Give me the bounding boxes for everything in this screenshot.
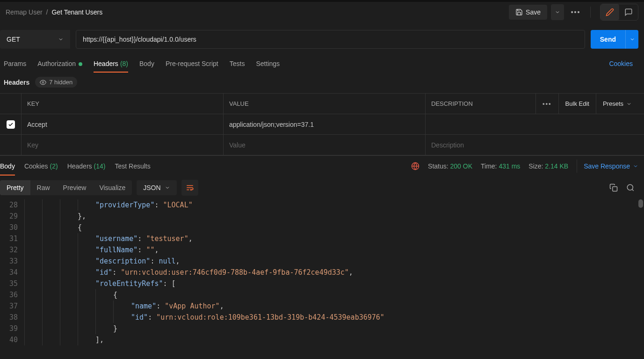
eye-icon — [40, 79, 46, 86]
tab-tests[interactable]: Tests — [230, 55, 245, 72]
pencil-icon — [606, 8, 614, 16]
breadcrumb-parent[interactable]: Remap User — [6, 8, 43, 16]
chevron-down-icon — [626, 101, 632, 107]
tab-body[interactable]: Body — [139, 55, 154, 72]
request-row: GET https://{{api_host}}/cloudapi/1.0.0/… — [0, 22, 644, 54]
col-value: VALUE — [224, 94, 426, 114]
more-options-button[interactable]: ••• — [568, 4, 584, 20]
divider — [590, 7, 591, 18]
send-button[interactable]: Send — [591, 30, 625, 49]
send-options-button[interactable] — [625, 30, 638, 49]
comments-button[interactable] — [619, 4, 638, 20]
more-icon: ••• — [571, 8, 581, 16]
wrap-icon — [186, 183, 194, 192]
search-button[interactable] — [626, 183, 635, 192]
url-value: https://{{api_host}}/cloudapi/1.0.0/user… — [83, 36, 196, 43]
code-line: 28"providerType": "LOCAL" — [0, 199, 644, 211]
chevron-down-icon — [58, 37, 64, 42]
response-tabs: Body Cookies(2) Headers(14) Test Results… — [0, 155, 644, 176]
view-raw[interactable]: Raw — [30, 180, 57, 195]
save-label: Save — [526, 8, 541, 16]
breadcrumb-current: Get Tenant Users — [51, 8, 102, 16]
wrap-lines-button[interactable] — [181, 180, 198, 196]
header-value-input[interactable]: application/json;version=37.1 — [224, 114, 426, 134]
headers-table-head: KEY VALUE DESCRIPTION ••• Bulk Edit Pres… — [0, 94, 644, 114]
code-line: 37"name": "vApp Author", — [0, 300, 644, 312]
chevron-down-icon — [555, 9, 560, 15]
hidden-headers-toggle[interactable]: 7 hidden — [35, 77, 77, 88]
chevron-down-icon — [633, 163, 638, 169]
code-line: 35"roleEntityRefs": [ — [0, 278, 644, 289]
size-label: Size: 2.14 KB — [528, 162, 568, 170]
view-row: Pretty Raw Preview Visualize JSON — [0, 176, 644, 199]
code-line: 31"username": "testuser", — [0, 233, 644, 244]
tab-settings[interactable]: Settings — [256, 55, 280, 72]
headers-table: KEY VALUE DESCRIPTION ••• Bulk Edit Pres… — [0, 93, 644, 155]
method-value: GET — [7, 36, 20, 43]
globe-icon[interactable] — [411, 162, 420, 170]
col-description: DESCRIPTION ••• Bulk Edit Presets — [426, 94, 644, 114]
status-dot-icon — [79, 62, 82, 66]
header-row-empty: Key Value Description — [0, 135, 644, 155]
resp-tab-headers[interactable]: Headers(14) — [63, 157, 110, 176]
headers-subheader: Headers 7 hidden — [0, 73, 644, 93]
header-key-input[interactable]: Accept — [22, 114, 224, 134]
edit-button[interactable] — [601, 4, 619, 20]
code-line: 38"id": "urn:vcloud:role:109be361-13bd-3… — [0, 312, 644, 323]
hidden-label: 7 hidden — [49, 79, 72, 86]
bulk-edit-button[interactable]: Bulk Edit — [558, 94, 596, 114]
code-line: 39} — [0, 323, 644, 334]
code-line: 29}, — [0, 211, 644, 222]
more-icon: ••• — [543, 100, 552, 107]
header-key-input[interactable]: Key — [22, 135, 224, 155]
svg-point-0 — [43, 81, 44, 83]
copy-icon — [609, 183, 618, 192]
code-line: 36{ — [0, 289, 644, 300]
view-preview[interactable]: Preview — [57, 180, 93, 195]
code-line: 33"description": null, — [0, 256, 644, 267]
url-input[interactable]: https://{{api_host}}/cloudapi/1.0.0/user… — [76, 30, 585, 49]
check-icon — [8, 122, 14, 127]
resp-tab-testresults[interactable]: Test Results — [110, 157, 155, 176]
resp-tab-body[interactable]: Body — [0, 157, 20, 176]
save-icon — [515, 8, 523, 16]
tab-authorization[interactable]: Authorization — [37, 55, 82, 72]
method-select[interactable]: GET — [0, 30, 70, 49]
breadcrumb-separator: / — [46, 8, 48, 16]
top-bar: Remap User / Get Tenant Users Save ••• — [0, 0, 644, 22]
svg-line-7 — [632, 189, 633, 190]
header-desc-input[interactable] — [426, 114, 644, 134]
tab-headers[interactable]: Headers(8) — [94, 55, 128, 72]
breadcrumb: Remap User / Get Tenant Users — [6, 8, 102, 16]
svg-rect-5 — [613, 187, 617, 191]
view-visualize[interactable]: Visualize — [93, 180, 132, 195]
format-select[interactable]: JSON — [137, 180, 176, 195]
response-body[interactable]: 28"providerType": "LOCAL"29},30{31"usern… — [0, 199, 644, 349]
save-button[interactable]: Save — [509, 5, 547, 20]
time-label: Time: 431 ms — [481, 162, 520, 170]
chevron-down-icon — [165, 185, 170, 190]
tab-params[interactable]: Params — [4, 55, 26, 72]
code-line: 40], — [0, 334, 644, 345]
save-response-button[interactable]: Save Response — [577, 160, 638, 173]
header-more-button[interactable]: ••• — [535, 94, 558, 114]
scrollbar-thumb[interactable] — [638, 199, 643, 208]
presets-button[interactable]: Presets — [596, 94, 638, 114]
tab-prerequest[interactable]: Pre-request Script — [166, 55, 218, 72]
header-row: Accept application/json;version=37.1 — [0, 114, 644, 135]
view-pretty[interactable]: Pretty — [0, 180, 30, 195]
comment-icon — [624, 8, 633, 16]
request-tabs: Params Authorization Headers(8) Body Pre… — [0, 54, 644, 73]
save-options-button[interactable] — [551, 4, 564, 20]
header-checkbox[interactable] — [7, 120, 15, 129]
col-key: KEY — [22, 94, 224, 114]
header-value-input[interactable]: Value — [224, 135, 426, 155]
header-desc-input[interactable]: Description — [426, 135, 644, 155]
headers-label: Headers — [4, 79, 29, 86]
code-line: 32"fullName": "", — [0, 244, 644, 256]
cookies-link[interactable]: Cookies — [609, 60, 633, 67]
resp-tab-cookies[interactable]: Cookies(2) — [20, 157, 63, 176]
svg-point-6 — [627, 184, 633, 190]
copy-button[interactable] — [609, 183, 618, 192]
code-line: 30{ — [0, 222, 644, 233]
